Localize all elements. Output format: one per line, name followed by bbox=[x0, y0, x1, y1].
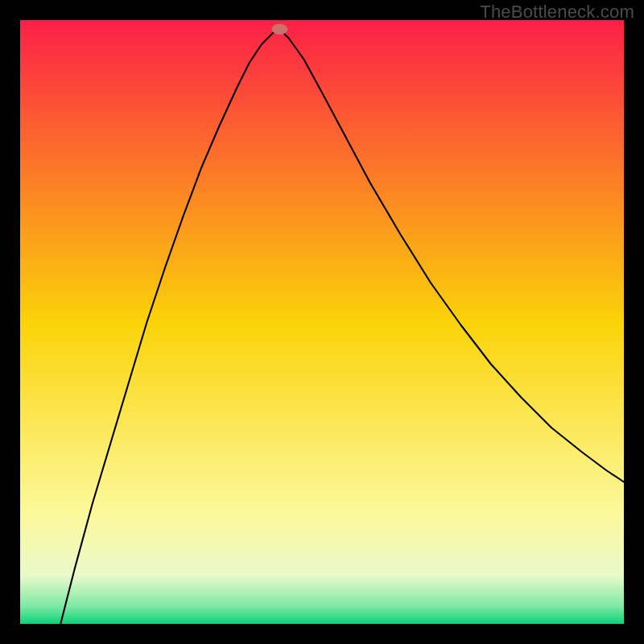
minimum-marker bbox=[272, 24, 288, 35]
chart-frame: TheBottleneck.com bbox=[0, 0, 644, 644]
watermark-text: TheBottleneck.com bbox=[480, 2, 634, 23]
background-gradient bbox=[20, 20, 624, 624]
chart-svg bbox=[20, 20, 624, 624]
plot-area bbox=[20, 20, 624, 624]
